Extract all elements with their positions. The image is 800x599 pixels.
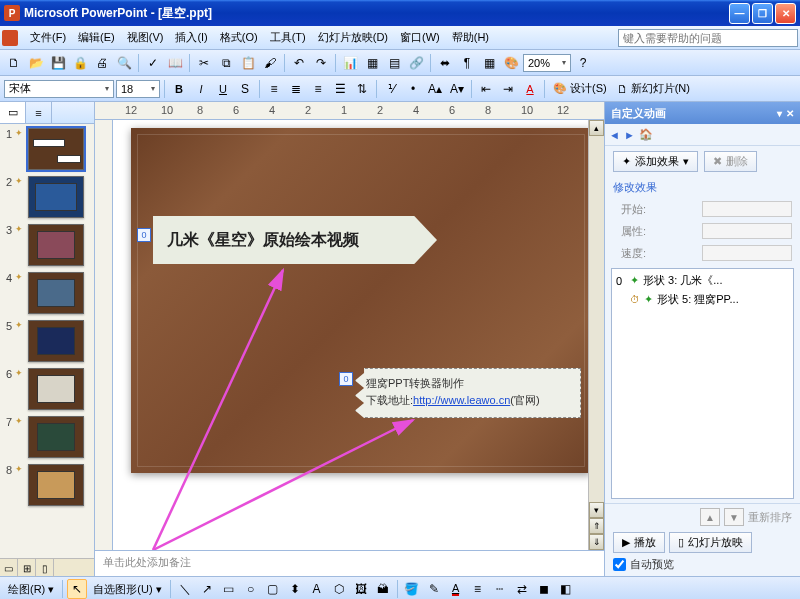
vertical-textbox-icon[interactable]: ⬍ — [285, 579, 305, 599]
menu-view[interactable]: 视图(V) — [121, 27, 170, 48]
slide-thumb-6[interactable] — [28, 368, 84, 410]
start-select[interactable] — [702, 201, 792, 217]
increase-indent-icon[interactable]: ⇥ — [498, 79, 518, 99]
grid-icon[interactable]: ▦ — [479, 53, 499, 73]
minimize-button[interactable]: — — [729, 3, 750, 24]
research-icon[interactable]: 📖 — [165, 53, 185, 73]
menu-help[interactable]: 帮助(H) — [446, 27, 495, 48]
undo-icon[interactable]: ↶ — [289, 53, 309, 73]
save-icon[interactable]: 💾 — [48, 53, 68, 73]
play-button[interactable]: ▶ 播放 — [613, 532, 665, 553]
property-select[interactable] — [702, 223, 792, 239]
bullets-icon[interactable]: • — [403, 79, 423, 99]
slide-thumb-4[interactable] — [28, 272, 84, 314]
italic-icon[interactable]: I — [191, 79, 211, 99]
paste-icon[interactable]: 📋 — [238, 53, 258, 73]
3d-style-icon[interactable]: ◧ — [556, 579, 576, 599]
select-tool-icon[interactable]: ↖ — [67, 579, 87, 599]
rectangle-tool-icon[interactable]: ▭ — [219, 579, 239, 599]
menu-insert[interactable]: 插入(I) — [169, 27, 213, 48]
hyperlink-icon[interactable]: 🔗 — [406, 53, 426, 73]
next-slide-icon[interactable]: ⇓ — [589, 534, 604, 550]
decrease-font-icon[interactable]: A▾ — [447, 79, 467, 99]
underline-icon[interactable]: U — [213, 79, 233, 99]
slideshow-button[interactable]: ▯ 幻灯片放映 — [669, 532, 752, 553]
reorder-up-icon[interactable]: ▲ — [700, 508, 720, 526]
menu-format[interactable]: 格式(O) — [214, 27, 264, 48]
spell-icon[interactable]: ✓ — [143, 53, 163, 73]
taskpane-dropdown-icon[interactable]: ▾ — [777, 108, 782, 119]
animation-list[interactable]: 0✦形状 3: 几米《... ⏱✦形状 5: 狸窝PP... — [611, 268, 794, 499]
oval-tool-icon[interactable]: ○ — [241, 579, 261, 599]
increase-font-icon[interactable]: A▴ — [425, 79, 445, 99]
slide-thumb-1[interactable] — [28, 128, 84, 170]
nav-back-icon[interactable]: ◄ — [609, 129, 620, 141]
dash-style-icon[interactable]: ┄ — [490, 579, 510, 599]
slideshow-view-icon[interactable]: ▯ — [36, 559, 54, 577]
speed-select[interactable] — [702, 245, 792, 261]
slide-thumb-7[interactable] — [28, 416, 84, 458]
menu-file[interactable]: 文件(F) — [24, 27, 72, 48]
slide-thumb-8[interactable] — [28, 464, 84, 506]
notes-pane[interactable]: 单击此处添加备注 — [95, 550, 604, 576]
picture-icon[interactable]: 🏔 — [373, 579, 393, 599]
font-size-select[interactable]: 18▾ — [116, 80, 160, 98]
menu-tools[interactable]: 工具(T) — [264, 27, 312, 48]
text-direction-icon[interactable]: ⇅ — [352, 79, 372, 99]
slides-tab[interactable]: ▭ — [0, 102, 26, 123]
redo-icon[interactable]: ↷ — [311, 53, 331, 73]
align-center-icon[interactable]: ≣ — [286, 79, 306, 99]
arrow-tool-icon[interactable]: ↗ — [197, 579, 217, 599]
nav-home-icon[interactable]: 🏠 — [639, 128, 653, 141]
line-tool-icon[interactable]: ＼ — [175, 579, 195, 599]
animation-item-1[interactable]: 0✦形状 3: 几米《... — [614, 271, 791, 290]
slide-thumb-5[interactable] — [28, 320, 84, 362]
fill-color-icon[interactable]: 🪣 — [402, 579, 422, 599]
slide[interactable]: 0 几米《星空》原始绘本视频 0 狸窝PPT转换器制作 下载地址:http://… — [131, 128, 588, 473]
textbox-tool-icon[interactable]: ▢ — [263, 579, 283, 599]
autoshapes-menu[interactable]: 自选图形(U) ▾ — [89, 582, 165, 597]
cut-icon[interactable]: ✂ — [194, 53, 214, 73]
expand-icon[interactable]: ⬌ — [435, 53, 455, 73]
thumbnail-list[interactable]: 1✦ 2✦ 3✦ 4✦ 5✦ 6✦ 7✦ 8✦ — [0, 124, 94, 558]
distribute-icon[interactable]: ☰ — [330, 79, 350, 99]
new-icon[interactable]: 🗋 — [4, 53, 24, 73]
footer-shape[interactable]: 狸窝PPT转换器制作 下载地址:http://www.leawo.cn(官网) — [355, 368, 581, 418]
nav-forward-icon[interactable]: ► — [624, 129, 635, 141]
sorter-view-icon[interactable]: ⊞ — [18, 559, 36, 577]
prev-slide-icon[interactable]: ⇑ — [589, 518, 604, 534]
font-select[interactable]: 宋体▾ — [4, 80, 114, 98]
zoom-select[interactable]: 20%▾ — [523, 54, 571, 72]
menu-window[interactable]: 窗口(W) — [394, 27, 446, 48]
outline-tab[interactable]: ≡ — [26, 102, 52, 123]
menu-slideshow[interactable]: 幻灯片放映(D) — [312, 27, 394, 48]
show-formatting-icon[interactable]: ¶ — [457, 53, 477, 73]
wordart-icon[interactable]: A — [307, 579, 327, 599]
maximize-button[interactable]: ❐ — [752, 3, 773, 24]
close-button[interactable]: ✕ — [775, 3, 796, 24]
vertical-scrollbar[interactable]: ▴ ▾ ⇑ ⇓ — [588, 120, 604, 550]
taskpane-close-icon[interactable]: ✕ — [786, 108, 794, 119]
title-shape[interactable]: 几米《星空》原始绘本视频 — [153, 216, 437, 264]
print-icon[interactable]: 🖨 — [92, 53, 112, 73]
normal-view-icon[interactable]: ▭ — [0, 559, 18, 577]
remove-effect-button[interactable]: ✖ 删除 — [704, 151, 757, 172]
scroll-down-icon[interactable]: ▾ — [589, 502, 604, 518]
shadow-style-icon[interactable]: ◼ — [534, 579, 554, 599]
align-left-icon[interactable]: ≡ — [264, 79, 284, 99]
slide-thumb-2[interactable] — [28, 176, 84, 218]
shadow-icon[interactable]: S — [235, 79, 255, 99]
format-painter-icon[interactable]: 🖌 — [260, 53, 280, 73]
copy-icon[interactable]: ⧉ — [216, 53, 236, 73]
slide-canvas[interactable]: 0 几米《星空》原始绘本视频 0 狸窝PPT转换器制作 下载地址:http://… — [113, 120, 588, 550]
clipart-icon[interactable]: 🖼 — [351, 579, 371, 599]
color-icon[interactable]: 🎨 — [501, 53, 521, 73]
chart-icon[interactable]: 📊 — [340, 53, 360, 73]
new-slide-button[interactable]: 🗋新幻灯片(N) — [613, 81, 694, 96]
animation-tag-2[interactable]: 0 — [339, 372, 353, 386]
slide-thumb-3[interactable] — [28, 224, 84, 266]
scroll-up-icon[interactable]: ▴ — [589, 120, 604, 136]
design-button[interactable]: 🎨设计(S) — [549, 81, 611, 96]
numbering-icon[interactable]: ⅟ — [381, 79, 401, 99]
font-color-icon[interactable]: A — [520, 79, 540, 99]
